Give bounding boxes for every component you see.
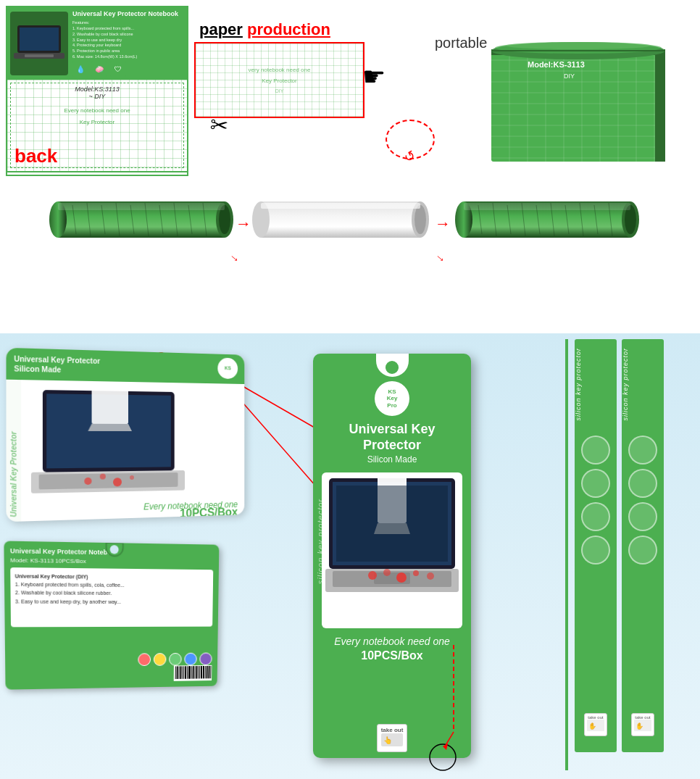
diy-pkg-sub: Model: KS-3113 10PCS/Box [10, 557, 213, 567]
strip1-circle4 [581, 536, 610, 565]
paper-line1: very notebook need one [249, 67, 311, 73]
tube-arrow-1: → [236, 214, 251, 233]
svg-rect-110 [193, 666, 194, 678]
strip1-circle2 [581, 469, 610, 498]
svg-text:Model:KS-3113: Model:KS-3113 [528, 60, 585, 69]
svg-rect-69 [261, 203, 420, 209]
strip1-takeout-icon: ✋ [587, 720, 604, 731]
hanger-hole-inner [110, 545, 119, 554]
paper-grid: very notebook need one Key Protector DIY [196, 43, 363, 117]
side-strip-1: silicon key protector take out ✋ [575, 339, 617, 752]
strip1-circle1 [581, 436, 610, 465]
diy-pkg-text: Universal Key Protector (DIY) 1. Keyboar… [10, 567, 213, 627]
svg-rect-92 [39, 472, 178, 489]
circle-red [138, 653, 151, 666]
tube-left [43, 187, 246, 252]
svg-rect-104 [182, 666, 183, 678]
svg-rect-118 [207, 666, 208, 678]
svg-rect-103 [180, 666, 181, 678]
tube-arrow-2: → [435, 214, 451, 233]
back-label: back [14, 145, 57, 167]
white-pkg-logo: KS [217, 357, 238, 379]
side-strip-2: silicon key protector take out ✋ [622, 339, 664, 752]
main-pkg-logo: KSKeyPro [375, 381, 409, 416]
pkg-front-top: Universal Key Protector Notebook Feature… [7, 7, 187, 80]
svg-rect-115 [201, 666, 202, 678]
svg-rect-101 [177, 666, 178, 678]
wash-icon: 🧼 [91, 61, 107, 77]
strip1-circles [575, 436, 617, 565]
small-arrow-2: ↑ [434, 252, 448, 265]
main-package: KSKeyPro Universal Key Protector Silicon… [313, 354, 471, 758]
main-pkg-logo-text: KSKeyPro [387, 388, 398, 409]
white-pkg-side-text: Universal Key Protector [7, 380, 22, 522]
svg-rect-74 [464, 203, 630, 210]
svg-point-126 [368, 571, 377, 580]
diy-color-circles [138, 653, 212, 667]
tube-center [250, 187, 431, 252]
svg-rect-102 [178, 666, 179, 678]
svg-text:DIY: DIY [564, 72, 575, 80]
main-pkg-hanger-hole [386, 361, 399, 374]
pkg-front-features: Features: 1. Keyboard protected from spi… [72, 20, 184, 59]
package-back: Model:KS:3113~ DIY Every notebook need o… [6, 78, 188, 172]
strip1-takeout: take out ✋ [584, 713, 607, 736]
top-section: Universal Key Protector Notebook Feature… [0, 0, 700, 333]
paper-line2: Key Protector [262, 78, 296, 84]
paper-line3: DIY [275, 88, 284, 93]
pkg-front-text-area: Universal Key Protector Notebook Feature… [68, 10, 184, 78]
strip2-circle3 [628, 502, 657, 531]
svg-rect-97 [92, 386, 128, 424]
circle-green [169, 653, 182, 666]
svg-rect-108 [188, 666, 191, 678]
small-arrow-1: ↑ [228, 252, 242, 265]
svg-rect-107 [187, 666, 188, 678]
diy-pkg-inner: Universal Key Protector Notebook Model: … [4, 541, 219, 689]
protect-icon: 🛡 [110, 61, 126, 77]
side-green-line-1 [565, 339, 568, 770]
svg-rect-105 [183, 666, 184, 678]
take-out-icon: 👆 [381, 733, 403, 746]
strip2-text: silicon key protector [622, 348, 664, 421]
svg-text:✋: ✋ [588, 722, 597, 730]
production-word: production [247, 20, 330, 38]
hand-arrow-icon: ☛ [362, 62, 386, 92]
svg-point-48 [506, 42, 651, 49]
strip1-text: silicon key protector [575, 348, 617, 421]
svg-rect-3 [25, 54, 54, 57]
strip1-circle3 [581, 502, 610, 531]
main-pkg-title: Universal Key Protector [313, 416, 471, 454]
svg-rect-133 [336, 486, 448, 562]
pkg-front-title: Universal Key Protector Notebook [72, 10, 184, 19]
svg-rect-106 [185, 666, 186, 678]
strip2-takeout: take out ✋ [631, 713, 654, 736]
main-pkg-hanger [376, 354, 409, 377]
svg-rect-116 [203, 666, 204, 678]
svg-rect-44 [655, 49, 665, 162]
pkg-front-image [10, 12, 68, 75]
diy-package: Universal Key Protector Notebook Model: … [4, 541, 219, 689]
pkg-back-grid: Model:KS:3113~ DIY Every notebook need o… [7, 80, 187, 171]
svg-rect-1 [20, 28, 59, 51]
paper-production-label: paper production [199, 20, 330, 39]
diy-barcode [174, 665, 212, 681]
svg-rect-119 [208, 666, 209, 678]
svg-point-127 [383, 569, 391, 576]
main-pkg-laptop [322, 472, 462, 628]
svg-point-128 [396, 572, 407, 583]
white-pkg-title: Universal Key ProtectorSilicon Made [14, 354, 100, 375]
pkg-front-icons: 💧 🧼 🛡 [72, 61, 184, 77]
10pcs-text: 10PCS/Box [180, 506, 238, 520]
svg-text:✋: ✋ [636, 722, 644, 730]
scissors-icon: ✂ [209, 112, 230, 138]
main-pkg-take-out: take out 👆 [377, 724, 408, 752]
svg-rect-112 [196, 666, 197, 678]
laptop-svg-white [28, 386, 188, 503]
svg-text:👆: 👆 [383, 736, 393, 745]
svg-point-130 [427, 572, 434, 580]
strip2-takeout-icon: ✋ [634, 720, 651, 731]
svg-point-129 [413, 570, 419, 576]
white-pkg-logo-text: KS [225, 366, 231, 372]
tube-right [449, 187, 652, 252]
main-pkg-subtitle: Silicon Made [360, 454, 425, 469]
